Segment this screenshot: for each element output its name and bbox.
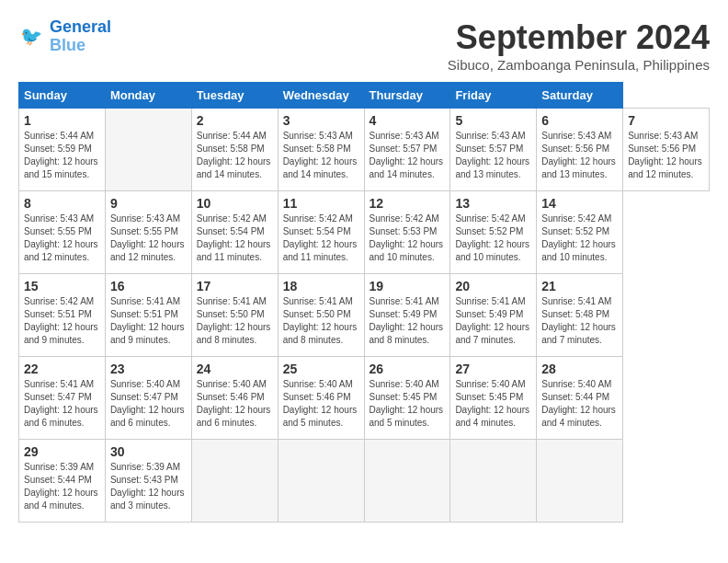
calendar-cell-week4-3: 25Sunrise: 5:40 AMSunset: 5:46 PMDayligh… (278, 357, 364, 440)
page-header: 🐦 General Blue September 2024 Sibuco, Za… (18, 18, 710, 73)
calendar-cell-week1-4: 4Sunrise: 5:43 AMSunset: 5:57 PMDaylight… (364, 109, 450, 191)
logo-icon: 🐦 (18, 23, 46, 51)
calendar-cell-week3-4: 19Sunrise: 5:41 AMSunset: 5:49 PMDayligh… (364, 274, 450, 357)
weekday-header-thursday: Thursday (364, 83, 450, 109)
calendar-table: SundayMondayTuesdayWednesdayThursdayFrid… (18, 82, 710, 523)
calendar-cell-week3-1: 16Sunrise: 5:41 AMSunset: 5:51 PMDayligh… (105, 274, 191, 357)
month-title: September 2024 (448, 18, 710, 57)
weekday-header-sunday: Sunday (19, 83, 106, 109)
calendar-cell-week5-4 (364, 440, 450, 523)
calendar-week-4: 22Sunrise: 5:41 AMSunset: 5:47 PMDayligh… (19, 357, 710, 440)
calendar-cell-week5-0: 29Sunrise: 5:39 AMSunset: 5:44 PMDayligh… (19, 440, 106, 523)
calendar-cell-week1-5: 5Sunrise: 5:43 AMSunset: 5:57 PMDaylight… (450, 109, 537, 191)
title-area: September 2024 Sibuco, Zamboanga Peninsu… (448, 18, 710, 73)
calendar-cell-week2-3: 11Sunrise: 5:42 AMSunset: 5:54 PMDayligh… (278, 191, 364, 274)
calendar-cell-week1-1 (105, 109, 191, 191)
calendar-cell-week5-3 (278, 440, 364, 523)
calendar-cell-week3-2: 17Sunrise: 5:41 AMSunset: 5:50 PMDayligh… (191, 274, 278, 357)
calendar-cell-week2-1: 9Sunrise: 5:43 AMSunset: 5:55 PMDaylight… (105, 191, 191, 274)
calendar-cell-1: 1Sunrise: 5:44 AMSunset: 5:59 PMDaylight… (19, 109, 106, 191)
weekday-header-row: SundayMondayTuesdayWednesdayThursdayFrid… (19, 83, 710, 109)
weekday-header-monday: Monday (105, 83, 191, 109)
location-subtitle: Sibuco, Zamboanga Peninsula, Philippines (448, 57, 710, 73)
calendar-cell-week2-5: 13Sunrise: 5:42 AMSunset: 5:52 PMDayligh… (450, 191, 537, 274)
calendar-cell-week5-1: 30Sunrise: 5:39 AMSunset: 5:43 PMDayligh… (105, 440, 191, 523)
calendar-cell-week2-6: 14Sunrise: 5:42 AMSunset: 5:52 PMDayligh… (537, 191, 623, 274)
calendar-cell-week5-6 (537, 440, 623, 523)
weekday-header-friday: Friday (450, 83, 537, 109)
calendar-cell-week1-3: 3Sunrise: 5:43 AMSunset: 5:58 PMDaylight… (278, 109, 364, 191)
calendar-cell-week4-1: 23Sunrise: 5:40 AMSunset: 5:47 PMDayligh… (105, 357, 191, 440)
calendar-cell-week5-5 (450, 440, 537, 523)
weekday-header-saturday: Saturday (537, 83, 623, 109)
calendar-cell-week3-5: 20Sunrise: 5:41 AMSunset: 5:49 PMDayligh… (450, 274, 537, 357)
calendar-cell-week4-5: 27Sunrise: 5:40 AMSunset: 5:45 PMDayligh… (450, 357, 537, 440)
calendar-cell-week1-7: 7Sunrise: 5:43 AMSunset: 5:56 PMDaylight… (623, 109, 710, 191)
calendar-cell-week3-6: 21Sunrise: 5:41 AMSunset: 5:48 PMDayligh… (537, 274, 623, 357)
logo-text: General Blue (50, 18, 111, 55)
calendar-week-5: 29Sunrise: 5:39 AMSunset: 5:44 PMDayligh… (19, 440, 710, 523)
calendar-week-1: 1Sunrise: 5:44 AMSunset: 5:59 PMDaylight… (19, 109, 710, 191)
calendar-cell-week5-2 (191, 440, 278, 523)
calendar-cell-week2-0: 8Sunrise: 5:43 AMSunset: 5:55 PMDaylight… (19, 191, 106, 274)
calendar-cell-week4-6: 28Sunrise: 5:40 AMSunset: 5:44 PMDayligh… (537, 357, 623, 440)
svg-text:🐦: 🐦 (20, 25, 43, 47)
calendar-cell-week2-4: 12Sunrise: 5:42 AMSunset: 5:53 PMDayligh… (364, 191, 450, 274)
calendar-cell-week1-2: 2Sunrise: 5:44 AMSunset: 5:58 PMDaylight… (191, 109, 278, 191)
calendar-cell-week3-3: 18Sunrise: 5:41 AMSunset: 5:50 PMDayligh… (278, 274, 364, 357)
calendar-cell-week3-0: 15Sunrise: 5:42 AMSunset: 5:51 PMDayligh… (19, 274, 106, 357)
calendar-cell-week2-2: 10Sunrise: 5:42 AMSunset: 5:54 PMDayligh… (191, 191, 278, 274)
calendar-week-3: 15Sunrise: 5:42 AMSunset: 5:51 PMDayligh… (19, 274, 710, 357)
calendar-cell-week4-2: 24Sunrise: 5:40 AMSunset: 5:46 PMDayligh… (191, 357, 278, 440)
logo: 🐦 General Blue (18, 18, 111, 55)
weekday-header-tuesday: Tuesday (191, 83, 278, 109)
calendar-cell-week4-0: 22Sunrise: 5:41 AMSunset: 5:47 PMDayligh… (19, 357, 106, 440)
calendar-cell-week1-6: 6Sunrise: 5:43 AMSunset: 5:56 PMDaylight… (537, 109, 623, 191)
calendar-cell-week4-4: 26Sunrise: 5:40 AMSunset: 5:45 PMDayligh… (364, 357, 450, 440)
weekday-header-wednesday: Wednesday (278, 83, 364, 109)
calendar-week-2: 8Sunrise: 5:43 AMSunset: 5:55 PMDaylight… (19, 191, 710, 274)
